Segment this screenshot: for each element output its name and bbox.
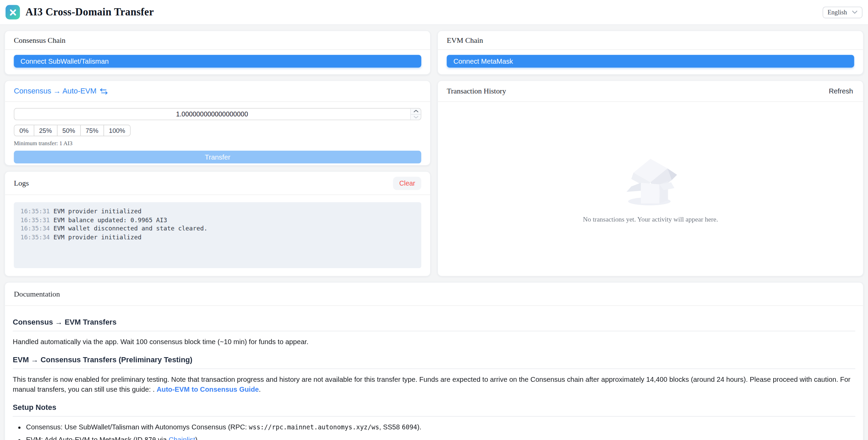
right-column: EVM Chain Connect MetaMask Transaction H… [437,30,864,276]
consensus-chain-card-title: Consensus Chain [14,36,65,45]
swap-icon[interactable] [100,88,108,94]
documentation-title: Documentation [14,289,60,298]
language-select-value: English [828,9,847,15]
docs-heading-setup-notes: Setup Notes [13,404,855,417]
ss58-code: 6094 [402,424,417,431]
consensus-chain-card: Consensus Chain Connect SubWallet/Talism… [4,30,431,75]
stepper-down-button[interactable] [411,114,421,120]
app-logo [5,5,20,20]
docs-paragraph-evm-to-consensus: This transfer is now enabled for prelimi… [13,375,855,395]
setup-note-evm: EVM: Add Auto-EVM to MetaMask (ID 870 vi… [26,436,855,440]
connect-subwallet-button[interactable]: Connect SubWallet/Talisman [14,55,421,67]
chevron-down-icon [413,116,418,118]
chevron-down-icon [852,11,857,14]
setup-note-consensus: Consensus: Use SubWallet/Talisman with A… [26,424,855,431]
language-select[interactable]: English [822,7,863,18]
docs-heading-consensus-to-evm: Consensus → EVM Transfers [13,318,855,331]
transaction-history-title: Transaction History [447,87,506,96]
logs-card: Logs Clear 16:35:31 EVM provider initial… [4,171,431,276]
amount-input[interactable] [14,108,421,121]
chevron-up-icon [413,110,418,113]
log-entry: 16:35:34 EVM wallet disconnected and sta… [21,224,415,233]
auto-evm-to-consensus-guide-link[interactable]: Auto-EVM to Consensus Guide [157,386,259,394]
app-root: AI3 Cross-Domain Transfer English Consen… [0,0,868,440]
empty-box-icon [618,154,683,208]
percent-100-button[interactable]: 100% [103,125,131,136]
docs-heading-evm-to-consensus: EVM → Consensus Transfers (Preliminary T… [13,356,855,369]
amount-stepper [410,109,421,120]
chainlist-link[interactable]: Chainlist [169,436,195,440]
log-entry: 16:35:31 EVM balance updated: 0.9965 AI3 [21,216,415,224]
connect-metamask-button[interactable]: Connect MetaMask [447,55,854,67]
transfer-button[interactable]: Transfer [14,151,421,163]
percent-button-group: 0% 25% 50% 75% 100% [14,125,131,136]
page-title: AI3 Cross-Domain Transfer [25,6,154,18]
documentation-card: Documentation Consensus → EVM Transfers … [4,282,864,440]
log-entry: 16:35:34 EVM provider initialized [21,233,415,241]
log-output: 16:35:31 EVM provider initialized 16:35:… [14,202,421,268]
clear-logs-button[interactable]: Clear [393,176,421,190]
chain-id-code: 870 [144,436,156,440]
x-logo-icon [9,8,17,16]
percent-75-button[interactable]: 75% [80,125,104,136]
minimum-transfer-note: Minimum transfer: 1 AI3 [14,140,421,146]
setup-notes-list: Consensus: Use SubWallet/Talisman with A… [13,424,855,440]
transfer-direction-title[interactable]: Consensus → Auto-EVM [14,87,96,95]
transaction-history-card: Transaction History Refresh [437,80,864,277]
stepper-up-button[interactable] [411,109,421,114]
app-header: AI3 Cross-Domain Transfer English [0,0,868,25]
logs-card-title: Logs [14,179,29,188]
refresh-button[interactable]: Refresh [828,85,854,97]
docs-paragraph-consensus-to-evm: Handled automatically via the app. Wait … [13,337,855,347]
percent-25-button[interactable]: 25% [34,125,57,136]
percent-50-button[interactable]: 50% [57,125,81,136]
evm-chain-card: EVM Chain Connect MetaMask [437,30,864,75]
log-entry: 16:35:31 EVM provider initialized [21,207,415,216]
left-column: Consensus Chain Connect SubWallet/Talism… [4,30,431,276]
rpc-endpoint-code: wss://rpc.mainnet.autonomys.xyz/ws [249,424,379,431]
transfer-card: Consensus → Auto-EVM [4,80,431,166]
evm-chain-card-title: EVM Chain [447,36,483,45]
empty-state-text: No transactions yet. Your activity will … [583,215,718,224]
percent-0-button[interactable]: 0% [14,125,34,136]
main-content: Consensus Chain Connect SubWallet/Talism… [0,25,868,440]
